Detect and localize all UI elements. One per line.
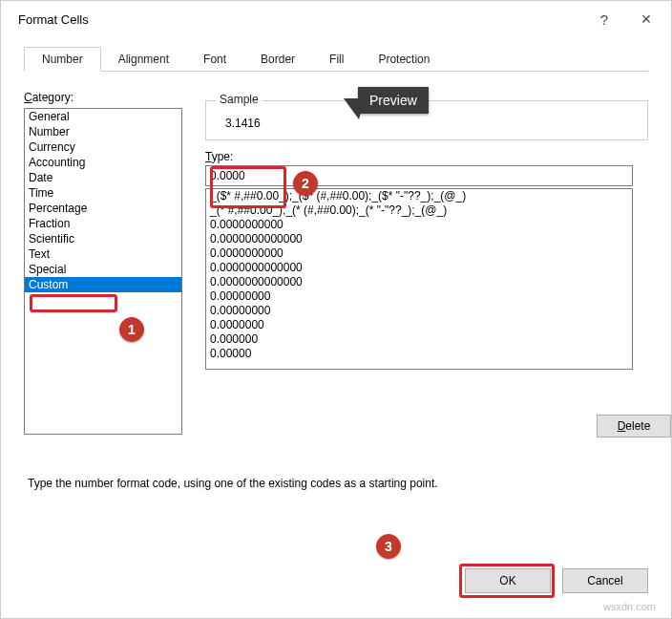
category-item-text[interactable]: Text xyxy=(25,246,181,262)
dialog-content: Number Alignment Font Border Fill Protec… xyxy=(1,37,671,435)
watermark: wsxdn.com xyxy=(603,601,656,612)
format-item[interactable]: 0.00000000 xyxy=(206,304,632,318)
tab-font[interactable]: Font xyxy=(186,48,243,71)
help-button[interactable]: ? xyxy=(583,5,625,33)
tab-border[interactable]: Border xyxy=(243,48,312,71)
category-item-fraction[interactable]: Fraction xyxy=(25,216,181,231)
category-item-currency[interactable]: Currency xyxy=(25,139,181,155)
ok-button[interactable]: OK xyxy=(465,568,551,593)
format-list[interactable]: _($* #,##0.00_);_($* (#,##0.00);_($* "-"… xyxy=(205,188,633,370)
sample-value: 3.1416 xyxy=(220,111,634,130)
tab-protection[interactable]: Protection xyxy=(361,48,447,71)
preview-annotation: Preview xyxy=(358,87,429,114)
category-panel: Category: General Number Currency Accoun… xyxy=(24,91,186,435)
close-button[interactable]: × xyxy=(625,5,667,33)
category-item-general[interactable]: General xyxy=(25,109,181,124)
category-item-time[interactable]: Time xyxy=(25,185,181,201)
format-item[interactable]: 0.0000000000 xyxy=(206,246,632,261)
delete-button[interactable]: Delete xyxy=(597,415,671,438)
hint-text: Type the number format code, using one o… xyxy=(28,477,438,490)
tab-body: Category: General Number Currency Accoun… xyxy=(24,72,648,435)
cancel-button[interactable]: Cancel xyxy=(562,568,648,593)
format-cells-dialog: Format Cells ? × Number Alignment Font B… xyxy=(0,0,672,619)
type-row: Type: _($* #,##0.00_);_($* (#,##0.00);_(… xyxy=(205,150,648,370)
format-item[interactable]: 0.0000000 xyxy=(206,318,632,332)
format-item[interactable]: 0.0000000000000 xyxy=(206,261,632,275)
category-label: Category: xyxy=(24,91,74,104)
dialog-buttons: OK Cancel xyxy=(465,568,648,593)
format-item[interactable]: 0.00000 xyxy=(206,347,632,361)
format-item[interactable]: _(* #,##0.00_);_(* (#,##0.00);_(* "-"??_… xyxy=(206,203,632,218)
tab-fill[interactable]: Fill xyxy=(312,48,361,71)
tab-alignment[interactable]: Alignment xyxy=(101,48,186,71)
sample-label: Sample xyxy=(216,93,262,106)
category-item-percentage[interactable]: Percentage xyxy=(25,201,181,216)
format-item[interactable]: _($* #,##0.00_);_($* (#,##0.00);_($* "-"… xyxy=(206,189,632,203)
category-item-custom[interactable]: Custom xyxy=(25,277,181,292)
badge-3: 3 xyxy=(376,534,401,559)
format-item[interactable]: 0.0000000000 xyxy=(206,218,632,232)
format-item[interactable]: 0.0000000000000 xyxy=(206,232,632,246)
tab-number[interactable]: Number xyxy=(24,47,101,72)
category-item-accounting[interactable]: Accounting xyxy=(25,155,181,170)
title-bar: Format Cells ? × xyxy=(1,1,671,37)
window-title: Format Cells xyxy=(18,12,583,27)
tab-strip: Number Alignment Font Border Fill Protec… xyxy=(24,47,648,72)
category-item-special[interactable]: Special xyxy=(25,262,181,277)
type-label: Type: xyxy=(205,150,233,163)
format-item[interactable]: 0.00000000 xyxy=(206,289,632,304)
main-panel: Sample 3.1416 Type: _($* #,##0.00_);_($*… xyxy=(205,91,648,435)
category-item-number[interactable]: Number xyxy=(25,124,181,139)
type-input[interactable] xyxy=(205,165,633,186)
format-item[interactable]: 0.000000 xyxy=(206,332,632,347)
category-listbox[interactable]: General Number Currency Accounting Date … xyxy=(24,108,182,435)
category-item-scientific[interactable]: Scientific xyxy=(25,231,181,246)
category-item-date[interactable]: Date xyxy=(25,170,181,185)
format-item[interactable]: 0.0000000000000 xyxy=(206,275,632,289)
